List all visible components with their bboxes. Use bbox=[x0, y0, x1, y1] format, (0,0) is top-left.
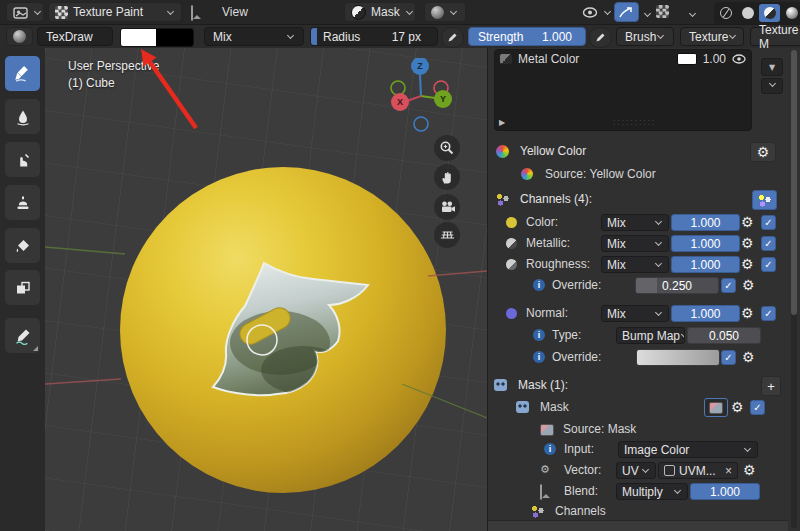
gear-icon[interactable]: ⚙ bbox=[741, 255, 754, 274]
mask-vector-row: ⚙ Vector: UV UVM... × ⚙ bbox=[488, 461, 788, 480]
tool-clone[interactable] bbox=[5, 185, 40, 220]
chevron-down-icon[interactable] bbox=[688, 10, 697, 19]
layer-visibility-icon[interactable] bbox=[732, 54, 746, 64]
roughness-override-slider[interactable]: 0.250 bbox=[635, 277, 719, 294]
tool-smear[interactable] bbox=[5, 142, 40, 177]
brush-popover[interactable]: Brush bbox=[616, 27, 674, 46]
snapping-toggle[interactable] bbox=[614, 2, 639, 22]
shading-solid-button[interactable] bbox=[737, 4, 758, 22]
mask-enable-checkbox[interactable]: ✓ bbox=[750, 400, 765, 415]
mask-section-header[interactable]: Mask (1): + bbox=[488, 376, 788, 395]
blend-mode-dropdown[interactable]: Mix bbox=[204, 27, 304, 46]
blend-label: Blend: bbox=[564, 482, 598, 501]
mask-image-button[interactable] bbox=[704, 398, 728, 417]
normal-override-swatch[interactable] bbox=[636, 349, 720, 366]
channels-header[interactable]: Channels (4): bbox=[488, 190, 788, 209]
secondary-color-swatch[interactable] bbox=[156, 29, 193, 46]
gear-icon[interactable]: ⚙ bbox=[742, 276, 755, 295]
image-icon[interactable] bbox=[191, 5, 193, 21]
texture-layer-icon bbox=[500, 54, 512, 64]
toggle-ortho-button[interactable] bbox=[434, 222, 460, 248]
vector-mode-dropdown[interactable]: UV bbox=[616, 462, 656, 479]
radius-pressure-button[interactable] bbox=[441, 27, 464, 48]
roughness-override-checkbox[interactable]: ✓ bbox=[721, 278, 736, 293]
roughness-opacity-slider[interactable]: 1.000 bbox=[671, 256, 740, 273]
gear-icon[interactable]: ⚙ bbox=[741, 213, 754, 232]
shading-wireframe-button[interactable] bbox=[715, 4, 736, 22]
shading-rendered-button[interactable] bbox=[781, 4, 800, 22]
mode-selector[interactable]: Texture Paint bbox=[48, 2, 182, 22]
primary-color-swatch[interactable] bbox=[121, 29, 156, 46]
strength-slider[interactable]: Strength 1.000 bbox=[468, 27, 586, 46]
brush-name-field[interactable]: TexDraw bbox=[37, 27, 113, 46]
texture-mask-toggle-icon[interactable] bbox=[656, 5, 669, 18]
layer-settings-button[interactable]: ⚙ bbox=[750, 142, 776, 162]
texture-mask-popover[interactable]: Texture M bbox=[750, 27, 800, 46]
normal-override-checkbox[interactable]: ✓ bbox=[721, 350, 736, 365]
navigation-gizmo[interactable]: Z X Y bbox=[388, 58, 452, 134]
roughness-enable-checkbox[interactable]: ✓ bbox=[761, 257, 776, 272]
radius-slider[interactable]: Radius 17 px bbox=[310, 27, 438, 46]
list-expand-icon[interactable]: ▶ bbox=[499, 118, 505, 127]
gear-icon[interactable]: ⚙ bbox=[731, 398, 744, 417]
texture-popover[interactable]: Texture bbox=[680, 27, 744, 46]
color-opacity-slider[interactable]: 1.000 bbox=[671, 214, 740, 231]
roughness-blend-dropdown[interactable]: Mix bbox=[601, 256, 669, 273]
brush-preview-button[interactable] bbox=[6, 27, 33, 46]
editor-type-button[interactable] bbox=[6, 2, 44, 22]
chevron-down-icon[interactable] bbox=[643, 10, 652, 19]
uv-map-field[interactable]: UVM... × bbox=[658, 462, 738, 479]
brush-falloff-dropdown[interactable] bbox=[424, 2, 466, 22]
layer-color-swatch[interactable] bbox=[677, 53, 697, 65]
mask-blend-dropdown[interactable]: Multiply bbox=[616, 483, 688, 500]
tool-mask[interactable] bbox=[5, 270, 40, 305]
color-enable-checkbox[interactable]: ✓ bbox=[761, 215, 776, 230]
channels-toggle-button[interactable] bbox=[752, 190, 777, 210]
mask-row[interactable]: Mask ⚙ ✓ bbox=[488, 398, 788, 417]
normal-blend-dropdown[interactable]: Mix bbox=[601, 305, 669, 322]
layer-row[interactable]: Metal Color 1.00 bbox=[495, 50, 751, 68]
gear-icon[interactable]: ⚙ bbox=[741, 304, 754, 323]
layer-sort-button[interactable]: ▼ bbox=[761, 58, 783, 76]
normal-enable-checkbox[interactable]: ✓ bbox=[761, 306, 776, 321]
color-blend-dropdown[interactable]: Mix bbox=[601, 214, 669, 231]
camera-view-button[interactable] bbox=[434, 194, 460, 220]
gear-icon[interactable]: ⚙ bbox=[741, 234, 754, 253]
scrollbar-thumb[interactable] bbox=[791, 50, 797, 315]
gear-icon[interactable]: ⚙ bbox=[742, 348, 755, 367]
metallic-blend-dropdown[interactable]: Mix bbox=[601, 235, 669, 252]
add-mask-button[interactable]: + bbox=[761, 376, 781, 396]
zoom-button[interactable] bbox=[434, 135, 460, 161]
channels-icon bbox=[496, 193, 509, 206]
strength-pressure-button[interactable] bbox=[589, 27, 612, 48]
normal-type-dropdown[interactable]: Bump Map bbox=[616, 327, 685, 344]
tool-draw-brush[interactable] bbox=[5, 56, 40, 91]
bump-strength-slider[interactable]: 0.050 bbox=[687, 327, 761, 344]
layer-list[interactable]: Metal Color 1.00 ▶ ···················· bbox=[494, 49, 752, 131]
metallic-enable-checkbox[interactable]: ✓ bbox=[761, 236, 776, 251]
mask-channels-row[interactable]: Channels bbox=[488, 502, 788, 521]
paint-mask-dropdown[interactable]: Mask bbox=[344, 2, 416, 22]
clear-uv-icon[interactable]: × bbox=[725, 464, 732, 478]
axis-y-label: Y bbox=[440, 94, 446, 104]
gizmo-dropdown[interactable] bbox=[580, 2, 616, 22]
panel-scrollbar[interactable] bbox=[791, 50, 797, 528]
view-menu[interactable]: View bbox=[216, 0, 254, 24]
mask-input-dropdown[interactable]: Image Color bbox=[618, 441, 758, 458]
gear-icon[interactable]: ⚙ bbox=[743, 461, 756, 480]
metallic-opacity-slider[interactable]: 1.000 bbox=[671, 235, 740, 252]
tool-annotate[interactable] bbox=[5, 318, 40, 353]
pan-button[interactable] bbox=[434, 164, 460, 190]
tool-soften[interactable] bbox=[5, 99, 40, 134]
viewport-3d[interactable]: User Perspective (1) Cube bbox=[45, 48, 487, 531]
shading-material-button[interactable] bbox=[759, 4, 780, 22]
channel-row-normal: Normal: Mix 1.000 ⚙ ✓ bbox=[488, 304, 788, 323]
tool-fill[interactable] bbox=[5, 228, 40, 263]
layer-menu-button[interactable] bbox=[761, 78, 783, 94]
layer-settings-header[interactable]: Yellow Color ⚙ bbox=[488, 142, 788, 161]
chevron-down-icon bbox=[449, 8, 458, 17]
list-resize-grip[interactable]: ···················· bbox=[613, 119, 656, 127]
normal-opacity-slider[interactable]: 1.000 bbox=[671, 305, 740, 322]
brush-falloff-icon bbox=[431, 6, 444, 19]
mask-blend-slider[interactable]: 1.000 bbox=[690, 483, 760, 500]
